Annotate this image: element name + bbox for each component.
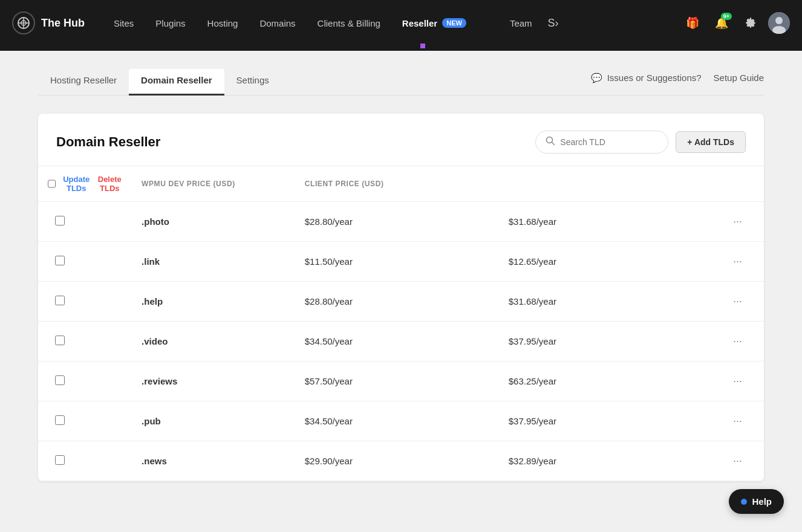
new-badge: NEW <box>442 18 466 28</box>
nav-links: Sites Plugins Hosting Domains Clients & … <box>103 0 681 46</box>
row-client-price: $31.68/year <box>499 202 703 242</box>
row-checkbox-news[interactable] <box>55 455 65 465</box>
row-tld-name: .reviews <box>132 362 295 401</box>
nav-link-plugins[interactable]: Plugins <box>145 0 196 46</box>
svg-line-8 <box>552 143 555 145</box>
row-checkbox-link[interactable] <box>55 256 65 265</box>
card-title: Domain Reseller <box>56 134 160 150</box>
row-checkbox-cell <box>38 362 132 401</box>
settings-button[interactable] <box>739 11 762 34</box>
row-client-price: $37.95/year <box>499 322 703 362</box>
nav-link-hosting[interactable]: Hosting <box>197 0 249 46</box>
setup-guide-button[interactable]: Setup Guide <box>714 73 764 83</box>
row-client-price: $63.25/year <box>499 362 703 401</box>
card-header-actions: + Add TLDs <box>535 131 746 154</box>
nav-link-team[interactable]: Team <box>499 0 543 46</box>
table-row: .link $11.50/year $12.65/year ··· <box>38 242 764 282</box>
delete-tlds-button[interactable]: Delete TLDs <box>97 175 122 193</box>
row-checkbox-pub[interactable] <box>55 415 65 425</box>
nav-more-icon[interactable]: S› <box>543 17 564 30</box>
notification-badge: 9+ <box>721 13 732 20</box>
help-label: Help <box>752 496 772 499</box>
issues-label: Issues or Suggestions? <box>607 73 702 83</box>
row-tld-name: .help <box>132 282 295 322</box>
row-checkbox-video[interactable] <box>55 336 65 345</box>
page-content: Hosting Reseller Domain Reseller Setting… <box>14 51 788 499</box>
user-avatar[interactable] <box>768 12 790 34</box>
row-more-actions-button[interactable]: ··· <box>728 332 747 350</box>
row-actions-cell: ··· <box>703 362 764 401</box>
row-checkbox-cell <box>38 401 132 441</box>
row-wpmu-price: $57.50/year <box>295 362 499 401</box>
table-header-checkbox-cell: Update TLDs Delete TLDs <box>38 166 132 202</box>
nav-link-domains[interactable]: Domains <box>249 0 306 46</box>
row-tld-name: .news <box>132 441 295 481</box>
brand[interactable]: The Hub <box>12 11 85 34</box>
navbar: The Hub Sites Plugins Hosting Domains Cl… <box>0 0 802 46</box>
table-row: .help $28.80/year $31.68/year ··· <box>38 282 764 322</box>
nav-link-reseller[interactable]: Reseller NEW <box>391 0 477 46</box>
setup-label: Setup Guide <box>714 73 764 83</box>
row-more-actions-button[interactable]: ··· <box>728 293 747 310</box>
row-client-price: $32.89/year <box>499 441 703 481</box>
row-wpmu-price: $28.80/year <box>295 282 499 322</box>
tab-domain-reseller[interactable]: Domain Reseller <box>129 69 224 96</box>
table-row: .news $29.90/year $32.89/year ··· <box>38 441 764 481</box>
update-tlds-button[interactable]: Update TLDs <box>63 175 90 193</box>
row-actions-cell: ··· <box>703 202 764 242</box>
tab-hosting-reseller[interactable]: Hosting Reseller <box>38 69 129 96</box>
tab-settings[interactable]: Settings <box>224 69 281 96</box>
search-input[interactable] <box>560 137 658 147</box>
domain-reseller-card: Domain Reseller + Add TLDs <box>38 114 764 481</box>
row-client-price: $31.68/year <box>499 282 703 322</box>
row-client-price: $37.95/year <box>499 401 703 441</box>
row-tld-name: .photo <box>132 202 295 242</box>
notifications-button[interactable]: 🔔 9+ <box>710 11 733 34</box>
table-header-row: Update TLDs Delete TLDs WPMU DEV PRICE (… <box>38 166 764 202</box>
table-row: .reviews $57.50/year $63.25/year ··· <box>38 362 764 401</box>
tab-actions: 💬 Issues or Suggestions? Setup Guide <box>591 73 764 92</box>
row-actions-cell: ··· <box>703 441 764 481</box>
row-actions-cell: ··· <box>703 401 764 441</box>
reseller-active-dot <box>420 44 425 48</box>
row-client-price: $12.65/year <box>499 242 703 282</box>
row-checkbox-cell <box>38 441 132 481</box>
row-tld-name: .pub <box>132 401 295 441</box>
row-more-actions-button[interactable]: ··· <box>728 452 747 470</box>
page-tabs: Hosting Reseller Domain Reseller Setting… <box>38 69 764 96</box>
nav-actions: 🎁 🔔 9+ <box>681 11 790 34</box>
row-checkbox-reviews[interactable] <box>55 375 65 385</box>
row-wpmu-price: $34.50/year <box>295 322 499 362</box>
row-more-actions-button[interactable]: ··· <box>728 253 747 270</box>
table-header-wpmu-price: WPMU DEV PRICE (USD) <box>132 166 295 202</box>
tld-table-body: .photo $28.80/year $31.68/year ··· .link… <box>38 202 764 481</box>
row-more-actions-button[interactable]: ··· <box>728 412 747 430</box>
gift-icon-button[interactable]: 🎁 <box>681 11 704 34</box>
nav-link-sites[interactable]: Sites <box>103 0 145 46</box>
help-button[interactable]: Help <box>729 489 784 499</box>
table-row: .video $34.50/year $37.95/year ··· <box>38 322 764 362</box>
row-wpmu-price: $28.80/year <box>295 202 499 242</box>
row-checkbox-cell <box>38 322 132 362</box>
row-more-actions-button[interactable]: ··· <box>728 213 747 230</box>
search-box[interactable] <box>535 131 668 154</box>
row-wpmu-price: $29.90/year <box>295 441 499 481</box>
tld-table: Update TLDs Delete TLDs WPMU DEV PRICE (… <box>38 166 764 481</box>
select-all-checkbox[interactable] <box>48 179 56 189</box>
row-actions-cell: ··· <box>703 242 764 282</box>
svg-point-5 <box>775 17 783 24</box>
row-actions-cell: ··· <box>703 322 764 362</box>
issues-suggestions-button[interactable]: 💬 Issues or Suggestions? <box>591 73 702 83</box>
table-row: .pub $34.50/year $37.95/year ··· <box>38 401 764 441</box>
row-checkbox-cell <box>38 242 132 282</box>
card-header: Domain Reseller + Add TLDs <box>38 114 764 166</box>
row-checkbox-photo[interactable] <box>55 216 65 225</box>
add-tlds-button[interactable]: + Add TLDs <box>676 131 746 153</box>
row-checkbox-cell <box>38 202 132 242</box>
nav-link-clients-billing[interactable]: Clients & Billing <box>307 0 391 46</box>
nav-reseller-container[interactable] <box>477 0 499 46</box>
row-checkbox-help[interactable] <box>55 296 65 305</box>
bulk-actions: Update TLDs Delete TLDs <box>63 175 122 193</box>
row-more-actions-button[interactable]: ··· <box>728 372 747 390</box>
row-actions-cell: ··· <box>703 282 764 322</box>
